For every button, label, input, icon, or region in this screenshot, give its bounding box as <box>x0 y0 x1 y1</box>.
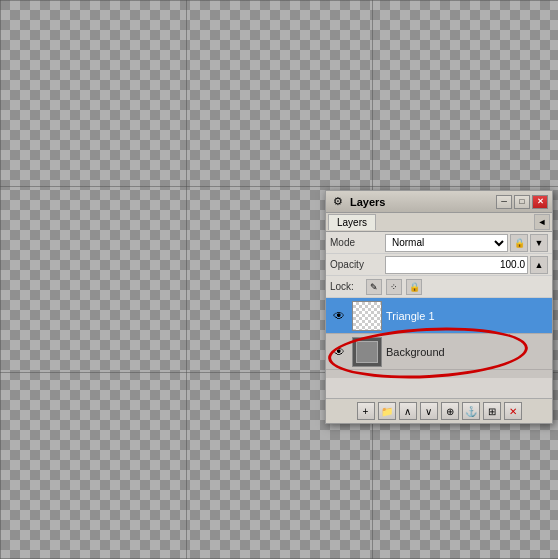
panel-title: Layers <box>350 196 385 208</box>
layers-list: 👁 Triangle 1 👁 Background <box>326 298 552 378</box>
panel-spacer <box>326 378 552 398</box>
thumb-dark <box>353 338 381 366</box>
layer-name-background: Background <box>386 346 548 358</box>
mode-select[interactable]: Normal <box>385 234 508 252</box>
close-button[interactable]: ✕ <box>532 195 548 209</box>
lock-row: Lock: ✎ ⁘ 🔒 <box>326 276 552 298</box>
tab-menu-arrow[interactable]: ◄ <box>534 214 550 230</box>
anchor-button[interactable]: ⚓ <box>462 402 480 420</box>
lock-pixels-btn[interactable]: ✎ <box>366 279 382 295</box>
panel-content: Mode Normal 🔒 ▼ Opacity 100.0 ▲ Lock: ✎ … <box>326 232 552 298</box>
opacity-slider-icon[interactable]: ▲ <box>530 256 548 274</box>
lock-label: Lock: <box>330 281 362 292</box>
layer-thumb-triangle1 <box>352 301 382 331</box>
lock-alpha-btn[interactable]: ⁘ <box>386 279 402 295</box>
layer-thumb-background <box>352 337 382 367</box>
tab-bar: Layers ◄ <box>326 213 552 232</box>
lock-all-btn[interactable]: 🔒 <box>406 279 422 295</box>
layer-item-triangle1[interactable]: 👁 Triangle 1 <box>326 298 552 334</box>
layers-tab[interactable]: Layers <box>328 214 376 230</box>
bottom-toolbar: + 📁 ∧ ∨ ⊕ ⚓ ⊞ ✕ <box>326 398 552 423</box>
opacity-row: Opacity 100.0 ▲ <box>326 254 552 276</box>
opacity-input[interactable]: 100.0 <box>385 256 528 274</box>
mode-label: Mode <box>330 237 385 248</box>
move-up-button[interactable]: ∧ <box>399 402 417 420</box>
panel-icon: ⚙ <box>330 194 346 210</box>
layers-panel: ⚙ Layers ─ □ ✕ Layers ◄ Mode Normal 🔒 ▼ … <box>325 190 553 424</box>
mode-row: Mode Normal 🔒 ▼ <box>326 232 552 254</box>
delete-layer-button[interactable]: ✕ <box>504 402 522 420</box>
opacity-label: Opacity <box>330 259 385 270</box>
mode-menu-icon[interactable]: ▼ <box>530 234 548 252</box>
new-group-button[interactable]: 📁 <box>378 402 396 420</box>
new-layer-button[interactable]: + <box>357 402 375 420</box>
maximize-button[interactable]: □ <box>514 195 530 209</box>
thumb-checker <box>353 302 381 330</box>
layer-name-triangle1: Triangle 1 <box>386 310 548 322</box>
merge-button[interactable]: ⊞ <box>483 402 501 420</box>
title-bar: ⚙ Layers ─ □ ✕ <box>326 191 552 213</box>
visibility-toggle-background[interactable]: 👁 <box>330 343 348 361</box>
title-bar-left: ⚙ Layers <box>330 194 385 210</box>
mode-lock-icon[interactable]: 🔒 <box>510 234 528 252</box>
layer-item-background[interactable]: 👁 Background <box>326 334 552 370</box>
visibility-toggle-triangle1[interactable]: 👁 <box>330 307 348 325</box>
move-down-button[interactable]: ∨ <box>420 402 438 420</box>
duplicate-button[interactable]: ⊕ <box>441 402 459 420</box>
minimize-button[interactable]: ─ <box>496 195 512 209</box>
title-bar-controls: ─ □ ✕ <box>496 195 548 209</box>
